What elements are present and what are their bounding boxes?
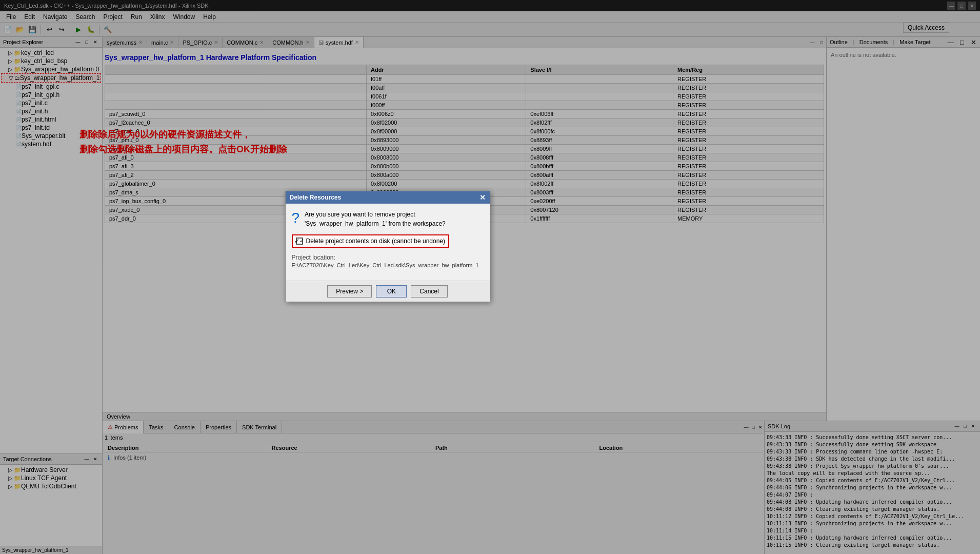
dialog-message: Are you sure you want to remove project … bbox=[305, 210, 483, 228]
dialog-location-label: Project location: bbox=[292, 254, 484, 261]
dialog-overlay: Delete Resources ✕ ? Are you sure you wa… bbox=[0, 0, 980, 554]
delete-resources-dialog: Delete Resources ✕ ? Are you sure you wa… bbox=[285, 191, 490, 302]
checkbox-container: ✓ Delete project contents on disk (canno… bbox=[292, 234, 450, 248]
dialog-title: Delete Resources bbox=[290, 194, 342, 201]
dialog-icon-row: ? Are you sure you want to remove projec… bbox=[292, 210, 484, 228]
dialog-buttons: Preview > OK Cancel bbox=[286, 281, 490, 302]
dialog-checkbox-row: ✓ Delete project contents on disk (canno… bbox=[292, 234, 484, 248]
dialog-body: ? Are you sure you want to remove projec… bbox=[286, 204, 490, 281]
dialog-location: Project location: E:\ACZ7020\Key_Ctrl_Le… bbox=[292, 254, 484, 268]
dialog-close-icon[interactable]: ✕ bbox=[479, 193, 486, 202]
dialog-location-path: E:\ACZ7020\Key_Ctrl_Led\Key_Ctrl_Led.sdk… bbox=[292, 262, 484, 268]
dialog-question-icon: ? bbox=[292, 210, 300, 226]
ok-button[interactable]: OK bbox=[376, 285, 407, 298]
checkbox-label: Delete project contents on disk (cannot … bbox=[306, 238, 446, 245]
delete-contents-checkbox[interactable]: ✓ bbox=[296, 238, 303, 245]
dialog-titlebar: Delete Resources ✕ bbox=[286, 191, 490, 204]
cancel-button[interactable]: Cancel bbox=[411, 285, 447, 298]
preview-button[interactable]: Preview > bbox=[327, 285, 372, 298]
